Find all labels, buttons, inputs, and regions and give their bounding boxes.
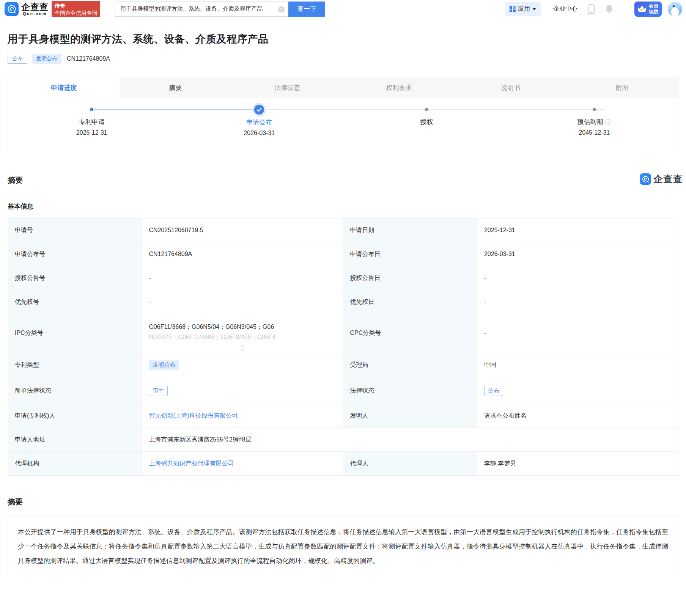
row-value: 请求不公布姓名	[477, 404, 678, 428]
apps-menu-label: 应用	[518, 5, 530, 13]
search-box: ✕ 查一下	[115, 2, 325, 17]
logo-domain-text: Qcc.com	[23, 11, 47, 16]
row-label: 代理人	[343, 452, 477, 476]
row-label: 申请(专利权)人	[8, 404, 142, 428]
table-row: 代理机构 上海弼升知识产权代理有限公司 代理人 李静,李梦男	[8, 452, 678, 476]
mobile-app-icon[interactable]	[587, 4, 595, 14]
qcc-watermark-text: 企查查	[653, 173, 683, 185]
notifications-bell-icon[interactable]	[605, 4, 614, 14]
summary-section-title: 摘要	[8, 175, 23, 185]
apps-grid-icon	[510, 6, 516, 12]
row-value: -	[477, 266, 678, 290]
row-label: IPC分类号	[8, 314, 142, 352]
check-circle-icon	[254, 105, 264, 115]
row-label: 申请公布号	[8, 242, 142, 266]
timeline-step-date: -	[426, 129, 428, 136]
table-row: 简单法律状态 审中 法律状态 公布	[8, 378, 678, 404]
expand-chevron-down-icon[interactable]: ⌄⌄	[240, 344, 244, 350]
timeline-step-filing: 专利申请 2025-12-31	[8, 104, 176, 137]
chevron-down-icon	[532, 8, 536, 10]
publication-number: CN121764809A	[67, 55, 110, 62]
timeline-step-label: 专利申请	[79, 118, 105, 126]
tab-description[interactable]: 说明书	[455, 77, 566, 98]
timeline-dot-pending-icon	[425, 108, 428, 111]
patent-timeline: 专利申请 2025-12-31 申请公布 2026-03-31 授权 -	[8, 98, 678, 153]
patent-type-badge: 发明公布	[32, 54, 61, 64]
patent-tag-row: 公布 发明公布 CN121764809A	[8, 54, 678, 64]
ipc-codes-line2: N3/0475；G06F11/3698；G06F9/455；G06F4	[149, 332, 336, 342]
tab-application-progress[interactable]: 申请进度	[8, 77, 120, 98]
agency-company-link[interactable]: 上海弼升知识产权代理有限公司	[149, 460, 234, 467]
tab-summary[interactable]: 摘要	[120, 77, 231, 98]
row-label: 申请公布日	[343, 242, 477, 266]
tab-claims[interactable]: 权利要求	[343, 77, 455, 98]
divider	[547, 5, 547, 13]
tab-legal-status[interactable]: 法律状态	[231, 77, 343, 98]
row-value: -	[142, 266, 343, 290]
abstract-title: 摘要	[8, 497, 678, 507]
abstract-box: 本公开提供了一种用于具身模型的测评方法、系统、设备、介质及程序产品。该测评方法包…	[8, 515, 678, 576]
patent-type-badge: 发明公布	[149, 360, 179, 370]
row-value: -	[477, 290, 678, 314]
applicant-company-link[interactable]: 智元创新(上海)科技股份有限公司	[149, 412, 238, 419]
search-button[interactable]: 查一下	[288, 2, 325, 17]
tab-drawings[interactable]: 附图	[566, 77, 678, 98]
qcc-logo-icon	[5, 2, 19, 16]
timeline-step-date: 2026-03-31	[244, 130, 275, 137]
table-row: 申请人地址 上海市浦东新区秀浦路2555号29幢8层	[8, 428, 678, 452]
search-input[interactable]	[115, 2, 288, 17]
table-row: 申请号 CN202512060719.5 申请日期 2025-12-31	[8, 218, 678, 242]
row-value: CN121764809A	[142, 242, 343, 266]
row-label: 授权公告日	[343, 266, 477, 290]
summary-section-header: 摘要 企查查	[8, 175, 678, 185]
timeline-step-publication: 申请公布 2026-03-31	[176, 104, 343, 137]
row-value: CN202512060719.5	[142, 218, 343, 242]
row-label: 法律状态	[343, 378, 477, 404]
table-row-ipc: IPC分类号 G06F11/3668；G06N5/04；G06N3/045；G0…	[8, 314, 678, 352]
row-label: 申请人地址	[8, 428, 142, 452]
qcc-swirl-icon	[640, 173, 651, 185]
timeline-step-date: 2045-12-31	[579, 129, 610, 136]
row-value: 中国	[477, 352, 678, 378]
timeline-dot-done-icon	[90, 108, 93, 111]
member-level-line2: 全国企业信用查询	[55, 9, 97, 16]
ipc-codes-cell: G06F11/3668；G06N5/04；G06N3/045；G06 N3/04…	[142, 314, 343, 352]
member-level-line1: 传奇	[55, 2, 97, 9]
row-value: 2025-12-31	[477, 218, 678, 242]
user-avatar[interactable]	[668, 2, 682, 16]
clear-search-icon[interactable]: ✕	[278, 6, 285, 13]
table-row: 专利类型 发明公布 受理局 中国	[8, 352, 678, 378]
crown-icon	[637, 5, 647, 13]
row-value: -	[477, 314, 678, 352]
row-label: 优先权号	[8, 290, 142, 314]
row-label: 代理机构	[8, 452, 142, 476]
row-label: 简单法律状态	[8, 378, 142, 404]
qcc-swirl-icon	[7, 4, 17, 14]
tab-bar: 申请进度 摘要 法律状态 权利要求 说明书 附图	[8, 77, 678, 98]
member-level-badge: 传奇 全国企业信用查询	[52, 1, 100, 17]
timeline-step-label: 授权	[420, 118, 433, 126]
row-label: 受理局	[343, 352, 477, 378]
enterprise-center-link[interactable]: 企业中心	[553, 5, 577, 13]
basic-info-table: 申请号 CN202512060719.5 申请日期 2025-12-31 申请公…	[8, 218, 678, 476]
member-renew-line2: 续费	[649, 9, 658, 14]
apps-menu-button[interactable]: 应用	[505, 2, 541, 16]
info-icon[interactable]: i	[605, 119, 611, 125]
row-label: 发明人	[343, 404, 477, 428]
row-label: 授权公告号	[8, 266, 142, 290]
header-right-nav: 应用 企业中心 会员 续费	[505, 2, 682, 17]
divider	[620, 5, 620, 13]
timeline-step-estimated-expiry: 预估到期 i 2045-12-31	[511, 104, 678, 137]
row-label: CPC分类号	[343, 314, 477, 352]
member-renew-line1: 会员	[649, 3, 658, 9]
logo-brand-text: 企查查	[21, 2, 49, 11]
row-label: 申请号	[8, 218, 142, 242]
timeline-step-label: 申请公布	[246, 118, 272, 127]
qcc-logo[interactable]: 企查查 Qcc.com	[5, 2, 49, 16]
applicant-address: 上海市浦东新区秀浦路2555号29幢8层	[142, 428, 678, 452]
table-row: 申请公布号 CN121764809A 申请公布日 2026-03-31	[8, 242, 678, 266]
member-renew-button[interactable]: 会员 续费	[634, 2, 662, 17]
timeline-step-date: 2025-12-31	[76, 129, 107, 136]
timeline-dot-pending-icon	[593, 108, 596, 111]
status-badge: 公布	[8, 54, 27, 64]
